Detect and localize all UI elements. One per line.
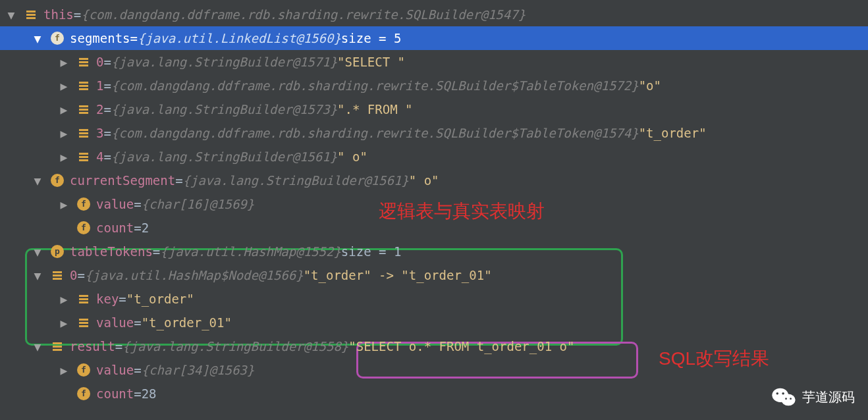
var-size: size = 5 [341,31,402,45]
svg-point-31 [781,394,795,406]
list-icon [76,102,91,117]
arrow-right-icon[interactable]: ▶ [58,364,70,376]
svg-rect-18 [53,271,62,273]
svg-rect-27 [53,342,62,344]
field-icon: f [76,197,91,211]
var-name: 0 [96,55,103,69]
svg-rect-22 [79,298,88,300]
tree-row-value-1[interactable]: ▶ f value = {char[16]@1569} [0,192,868,216]
svg-rect-0 [26,11,36,13]
list-icon [76,55,91,69]
list-icon [76,126,91,140]
svg-rect-17 [79,159,88,161]
svg-point-34 [785,398,787,400]
tree-row-currentSegment[interactable]: ▼ f currentSegment = {java.lang.StringBu… [0,169,868,192]
field-icon: f [50,173,65,188]
svg-rect-26 [79,325,88,327]
var-str: "SELECT o.* FROM t_order_01 o" [348,339,574,354]
var-name: segments [70,31,130,45]
arrow-down-icon[interactable]: ▼ [32,269,43,281]
tree-row-map-value[interactable]: ▶ value = "t_order_01" [0,311,868,334]
arrow-down-icon[interactable]: ▼ [32,246,43,257]
svg-rect-7 [79,85,88,87]
svg-rect-3 [79,58,88,60]
arrow-down-icon[interactable]: ▼ [32,340,43,352]
svg-point-33 [782,392,784,395]
svg-rect-14 [79,136,88,138]
tree-row-tableTokens[interactable]: ▼ p tableTokens = {java.util.HashMap@155… [0,240,868,263]
svg-rect-5 [79,65,88,66]
field-icon: f [76,363,91,377]
svg-rect-4 [79,61,88,63]
arrow-right-icon[interactable]: ▶ [58,127,70,139]
property-icon: p [50,244,65,259]
svg-rect-13 [79,132,88,134]
svg-rect-6 [79,82,88,84]
tree-row-seg-2[interactable]: ▶ 2 = {java.lang.StringBuilder@1573} ".*… [0,97,868,121]
list-icon [76,149,91,164]
tree-row-map-key[interactable]: ▶ key = "t_order" [0,287,868,311]
arrow-down-icon[interactable]: ▼ [32,174,43,186]
arrow-right-icon[interactable]: ▶ [58,80,70,92]
tree-row-seg-3[interactable]: ▶ 3 = {com.dangdang.ddframe.rdb.sharding… [0,121,868,145]
svg-rect-9 [79,105,88,107]
tree-row-this[interactable]: ▼ this = {com.dangdang.ddframe.rdb.shard… [0,3,868,26]
tree-row-result[interactable]: ▼ result = {java.lang.StringBuilder@1558… [0,334,868,358]
tree-row-count-1[interactable]: ▶ f count = 2 [0,216,868,240]
svg-point-32 [776,392,779,395]
svg-rect-29 [53,349,62,351]
tree-row-value-2[interactable]: ▶ f value = {char[34]@1563} [0,358,868,382]
arrow-right-icon[interactable]: ▶ [58,151,70,163]
svg-rect-21 [79,295,88,297]
field-icon: f [50,31,65,45]
list-icon [24,7,38,22]
svg-rect-28 [53,346,62,348]
svg-rect-10 [79,109,88,111]
list-icon [76,292,91,306]
list-icon [50,268,65,282]
svg-rect-2 [26,17,36,19]
arrow-right-icon[interactable]: ▶ [58,293,70,305]
field-icon: f [76,221,91,235]
tree-row-seg-0[interactable]: ▶ 0 = {java.lang.StringBuilder@1571} "SE… [0,50,868,74]
tree-row-count-2[interactable]: ▶ f count = 28 [0,382,868,406]
arrow-right-icon[interactable]: ▶ [58,103,70,115]
svg-rect-8 [79,88,88,90]
var-type: {com.dangdang.ddframe.rdb.sharding.rewri… [81,7,526,22]
svg-rect-20 [53,278,62,280]
tree-row-segments[interactable]: ▼ f segments = {java.util.LinkedList@156… [0,26,868,50]
svg-rect-1 [26,14,36,16]
list-icon [76,78,91,93]
svg-rect-16 [79,156,88,158]
svg-rect-25 [79,322,88,324]
var-str: "SELECT " [337,55,405,69]
var-name: this [43,7,74,22]
svg-rect-11 [79,112,88,114]
arrow-right-icon[interactable]: ▶ [58,198,70,210]
arrow-down-icon[interactable]: ▼ [32,32,43,44]
svg-rect-12 [79,129,88,131]
watermark: 芋道源码 [772,387,855,407]
watermark-text: 芋道源码 [802,388,855,406]
var-type: {java.util.LinkedList@1560} [138,31,341,45]
svg-rect-15 [79,153,88,155]
arrow-down-icon[interactable]: ▼ [5,9,17,20]
arrow-right-icon[interactable]: ▶ [58,317,70,328]
svg-rect-24 [79,319,88,321]
debug-variables-tree: ▼ this = {com.dangdang.ddframe.rdb.shard… [0,0,868,406]
svg-rect-23 [79,302,88,303]
arrow-right-icon[interactable]: ▶ [58,56,70,68]
list-icon [50,339,65,354]
wechat-icon [772,387,796,407]
list-icon [76,315,91,330]
field-icon: f [76,386,91,401]
tree-row-seg-4[interactable]: ▶ 4 = {java.lang.StringBuilder@1561} " o… [0,145,868,169]
tree-row-map-entry-0[interactable]: ▼ 0 = {java.util.HashMap$Node@1566} "t_o… [0,263,868,287]
svg-point-35 [790,398,792,400]
svg-rect-19 [53,275,62,276]
tree-row-seg-1[interactable]: ▶ 1 = {com.dangdang.ddframe.rdb.sharding… [0,74,868,97]
